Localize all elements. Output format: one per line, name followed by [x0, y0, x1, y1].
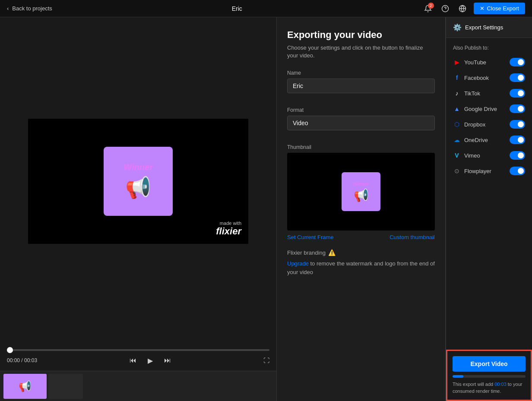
topbar: ‹ Back to projects Eric 2 ✕ Close Export	[0, 0, 532, 17]
filmstrip-thumb-1: 📢	[3, 374, 47, 399]
thumbnail-inner: Winner 📢	[342, 172, 380, 211]
render-progress-fill	[453, 375, 463, 378]
custom-thumbnail-button[interactable]: Custom thumbnail	[390, 234, 435, 240]
export-title: Exporting your video	[287, 29, 435, 41]
render-progress-bar	[453, 375, 526, 378]
flixier-brand-label: flixier	[216, 226, 241, 237]
vimeo-icon: V	[453, 152, 461, 159]
timeline-knob[interactable]	[7, 347, 13, 353]
topbar-actions: 2 ✕ Close Export	[422, 3, 525, 15]
close-export-button[interactable]: ✕ Close Export	[474, 3, 525, 14]
notification-bell[interactable]: 2	[422, 3, 434, 15]
tiktok-label: TikTok	[464, 90, 480, 97]
name-label: Name	[287, 70, 435, 76]
main-content: Winner 📢 made with flixier 00:00 / 00:03…	[0, 17, 532, 401]
left-panel: Winner 📢 made with flixier 00:00 / 00:03…	[0, 17, 276, 401]
youtube-toggle[interactable]	[510, 58, 525, 66]
publish-item-dropbox: ⬡ Dropbox	[453, 120, 525, 129]
video-controls: 00:00 / 00:03 ⏮ ▶ ⏭ ⛶	[0, 345, 276, 371]
back-arrow-icon: ‹	[7, 5, 9, 12]
thumbnail-actions: Set Current Frame Custom thumbnail	[287, 234, 435, 240]
video-area: Winner 📢 made with flixier	[0, 17, 276, 345]
video-container: Winner 📢 made with flixier	[28, 119, 248, 244]
right-panel: ⚙️ Export Settings Also Publish to: ▶ Yo…	[446, 17, 532, 401]
render-time-prefix: This export will add	[453, 382, 493, 387]
filmstrip-thumb-2	[48, 374, 83, 399]
also-publish-title: Also Publish to:	[453, 45, 525, 51]
publish-item-onedrive: ☁ OneDrive	[453, 136, 525, 144]
render-time-text: This export will add 00:03 to your consu…	[453, 381, 526, 395]
publish-item-youtube: ▶ YouTube	[453, 58, 525, 66]
onedrive-label: OneDrive	[464, 137, 488, 143]
publish-item-tiktok: ♪ TikTok	[453, 89, 525, 98]
fast-forward-button[interactable]: ⏭	[162, 354, 174, 366]
help-icon[interactable]	[439, 3, 451, 15]
publish-item-facebook: f Facebook	[453, 73, 525, 82]
flixier-watermark: made with flixier	[216, 221, 241, 237]
export-settings-header: ⚙️ Export Settings	[446, 17, 532, 38]
publish-item-google-drive: ▲ Google Drive	[453, 104, 525, 113]
export-settings-label: Export Settings	[465, 24, 503, 31]
youtube-label: YouTube	[464, 59, 486, 66]
publish-item-vimeo: V Vimeo	[453, 151, 525, 160]
export-video-button[interactable]: Export Video	[453, 356, 526, 372]
back-to-projects-button[interactable]: ‹ Back to projects	[7, 5, 52, 12]
upgrade-text: Upgrade to remove the watermark and logo…	[287, 259, 435, 276]
settings-gear-icon: ⚙️	[453, 23, 462, 32]
export-bottom: Export Video This export will add 00:03 …	[446, 350, 532, 401]
project-title: Eric	[232, 5, 242, 12]
publish-item-flowplayer: ⊙ Flowplayer	[453, 167, 525, 175]
control-buttons: ⏮ ▶ ⏭	[44, 354, 256, 366]
facebook-toggle[interactable]	[510, 73, 525, 82]
vimeo-label: Vimeo	[464, 152, 480, 159]
dropbox-label: Dropbox	[464, 121, 485, 128]
google-drive-label: Google Drive	[464, 106, 497, 112]
tiktok-icon: ♪	[453, 89, 461, 97]
time-display: 00:00 / 00:03	[7, 357, 37, 363]
name-input[interactable]	[287, 79, 435, 93]
set-current-frame-button[interactable]: Set Current Frame	[287, 234, 334, 240]
flowplayer-label: Flowplayer	[464, 168, 491, 174]
tiktok-toggle[interactable]	[510, 89, 525, 98]
onedrive-toggle[interactable]	[510, 136, 525, 144]
also-publish-section: Also Publish to: ▶ YouTube f Facebook ♪	[446, 38, 532, 350]
megaphone-icon: 📢	[125, 176, 151, 200]
flowplayer-icon: ⊙	[453, 167, 461, 175]
timeline[interactable]	[7, 349, 269, 351]
play-button[interactable]: ▶	[144, 354, 156, 366]
thumbnail-label: Thumbnail	[287, 144, 435, 150]
middle-panel: Exporting your video Choose your setting…	[276, 17, 446, 401]
name-field-group: Name	[287, 70, 435, 100]
upgrade-link[interactable]: Upgrade	[287, 260, 309, 267]
warning-icon: ⚠️	[328, 249, 336, 256]
winner-text: Winner	[124, 162, 153, 172]
branding-label: Flixier branding	[287, 249, 326, 256]
made-with-label: made with	[216, 221, 241, 226]
export-subtitle: Choose your settings and click on the bu…	[287, 44, 435, 60]
language-icon[interactable]	[456, 3, 469, 15]
thumb-winner-text: Winner	[353, 181, 369, 186]
branding-row: Flixier branding ⚠️	[287, 249, 435, 256]
flowplayer-toggle[interactable]	[510, 167, 525, 175]
thumbnail-preview: Winner 📢	[287, 153, 435, 230]
dropbox-icon: ⬡	[453, 120, 461, 128]
google-drive-toggle[interactable]	[510, 104, 525, 113]
google-drive-icon: ▲	[453, 105, 461, 113]
onedrive-icon: ☁	[453, 136, 461, 144]
format-input[interactable]	[287, 116, 435, 130]
filmstrip: 📢	[0, 371, 276, 401]
format-label: Format	[287, 107, 435, 113]
rewind-button[interactable]: ⏮	[127, 354, 139, 366]
facebook-label: Facebook	[464, 75, 489, 81]
facebook-icon: f	[453, 74, 461, 82]
x-icon: ✕	[480, 5, 484, 12]
thumb-megaphone-icon: 📢	[354, 188, 369, 202]
fullscreen-button[interactable]: ⛶	[263, 357, 269, 364]
youtube-icon: ▶	[453, 58, 461, 66]
dropbox-toggle[interactable]	[510, 120, 525, 129]
notification-count: 2	[428, 3, 434, 9]
vimeo-toggle[interactable]	[510, 151, 525, 160]
upgrade-description: to remove the watermark and logo from th…	[287, 260, 435, 275]
video-thumbnail-preview: Winner 📢	[104, 147, 173, 216]
render-time-value: 00:03	[494, 382, 507, 387]
